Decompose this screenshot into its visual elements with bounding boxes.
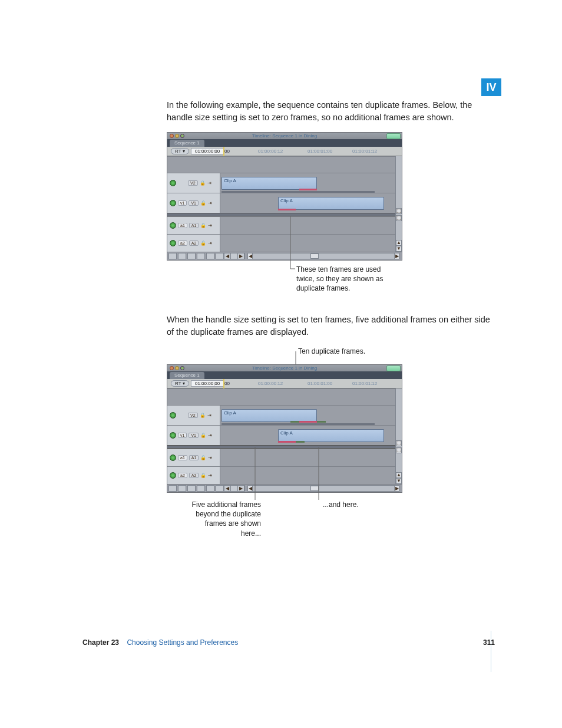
callout-fig2-left: Five additional frames beyond the duplic… <box>184 500 261 538</box>
page-number: 311 <box>483 638 495 647</box>
chapter-title: Choosing Settings and Preferences <box>127 638 238 647</box>
page-footer: Chapter 23 Choosing Settings and Prefere… <box>82 638 495 647</box>
callout-fig2-right: ...and here. <box>323 500 359 509</box>
body-paragraph-1: In the following example, the sequence c… <box>167 99 494 124</box>
body-paragraph-2: When the handle size setting is set to t… <box>167 314 494 338</box>
side-rule <box>491 631 491 672</box>
part-tab: IV <box>481 78 501 96</box>
callout-fig1: These ten frames are used twice, so they… <box>296 265 396 294</box>
chapter-label: Chapter 23 <box>82 638 119 647</box>
figure-2: Ten duplicate frames. Timeline: Sequence… <box>167 347 494 535</box>
figure-1: Timeline: Sequence 1 in Dining Sequence … <box>167 132 494 303</box>
